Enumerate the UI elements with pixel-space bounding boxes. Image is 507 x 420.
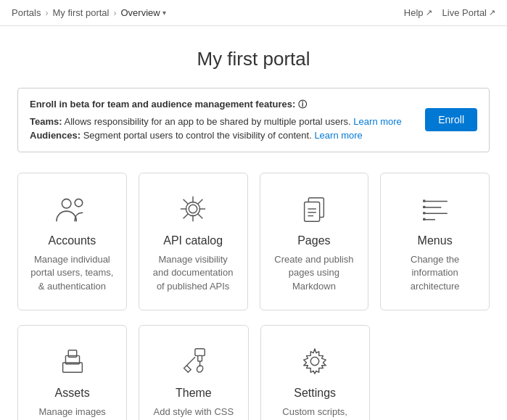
breadcrumb: Portals › My first portal › Overview ▾ <box>12 7 166 18</box>
api-catalog-desc: Manage visibility and documentation of p… <box>151 253 236 295</box>
svg-point-33 <box>310 357 318 365</box>
main-content: My first portal Enroll in beta for team … <box>0 26 507 420</box>
card-settings[interactable]: Settings Custom scripts, domain, email s… <box>260 325 370 420</box>
menus-icon <box>416 194 454 224</box>
menus-desc: Change the information architecture <box>392 253 477 295</box>
nav-actions: Help ↗ Live Portal ↗ <box>404 7 495 18</box>
card-api-catalog[interactable]: API catalog Manage visibility and docume… <box>139 173 248 311</box>
help-circle-icon[interactable]: ⓘ <box>298 99 307 110</box>
svg-rect-13 <box>305 202 320 221</box>
audiences-label: Audiences: <box>30 130 81 141</box>
assets-desc: Manage images and other assets <box>30 405 115 420</box>
external-link-icon: ↗ <box>426 8 432 17</box>
banner-text: Enroll in beta for team and audience man… <box>30 97 416 143</box>
card-accounts[interactable]: Accounts Manage individual portal users,… <box>17 173 127 311</box>
assets-icon <box>54 346 91 376</box>
settings-icon <box>296 346 334 376</box>
pages-title: Pages <box>297 234 330 247</box>
banner-audiences: Audiences: Segment portal users to contr… <box>30 128 416 143</box>
top-nav: Portals › My first portal › Overview ▾ H… <box>0 0 507 26</box>
pages-desc: Create and publish pages using Markdown <box>272 253 357 295</box>
enroll-button[interactable]: Enroll <box>425 108 477 131</box>
svg-point-0 <box>62 199 72 208</box>
card-pages[interactable]: Pages Create and publish pages using Mar… <box>260 173 369 311</box>
svg-line-32 <box>186 357 194 365</box>
svg-rect-21 <box>423 199 425 202</box>
cards-row-2: Assets Manage images and other assets <box>17 325 490 420</box>
external-link-icon-2: ↗ <box>489 8 495 17</box>
card-menus[interactable]: Menus Change the information architectur… <box>380 173 490 311</box>
page-title: My first portal <box>17 48 490 70</box>
svg-line-10 <box>184 213 189 218</box>
theme-desc: Add style with CSS rules <box>151 405 236 420</box>
banner-heading: Enroll in beta for team and audience man… <box>30 97 416 112</box>
chevron-down-icon[interactable]: ▾ <box>162 9 166 17</box>
api-catalog-icon <box>174 194 212 224</box>
banner-teams: Teams: Allows responsibility for an app … <box>30 115 416 129</box>
teams-learn-more[interactable]: Learn more <box>353 116 401 127</box>
svg-point-1 <box>75 199 83 207</box>
pages-icon <box>295 194 333 224</box>
svg-point-2 <box>189 205 197 213</box>
theme-icon <box>175 346 213 376</box>
settings-title: Settings <box>294 387 336 400</box>
breadcrumb-portal-name[interactable]: My first portal <box>52 7 109 18</box>
card-theme[interactable]: Theme Add style with CSS rules <box>139 325 248 420</box>
svg-rect-28 <box>195 349 205 356</box>
svg-rect-29 <box>198 355 202 361</box>
assets-title: Assets <box>55 387 90 400</box>
svg-line-9 <box>198 199 203 204</box>
breadcrumb-sep-1: › <box>45 8 48 18</box>
cards-row-1: Accounts Manage individual portal users,… <box>17 173 490 311</box>
menus-title: Menus <box>418 234 453 247</box>
svg-line-8 <box>198 213 203 218</box>
accounts-title: Accounts <box>48 234 96 247</box>
svg-point-31 <box>196 364 204 373</box>
breadcrumb-portals[interactable]: Portals <box>12 7 41 18</box>
live-portal-link[interactable]: Live Portal ↗ <box>442 7 495 18</box>
svg-point-11 <box>186 202 200 215</box>
accounts-desc: Manage individual portal users, teams, &… <box>30 253 115 295</box>
breadcrumb-sep-2: › <box>113 8 116 18</box>
svg-rect-23 <box>423 212 425 214</box>
settings-desc: Custom scripts, domain, email settings… <box>273 405 358 420</box>
audiences-learn-more[interactable]: Learn more <box>314 130 362 141</box>
svg-line-7 <box>184 199 189 204</box>
svg-rect-24 <box>423 218 425 220</box>
svg-rect-22 <box>423 205 425 207</box>
beta-banner: Enroll in beta for team and audience man… <box>17 88 490 152</box>
breadcrumb-current: Overview ▾ <box>120 7 165 18</box>
help-link[interactable]: Help ↗ <box>404 7 432 18</box>
card-assets[interactable]: Assets Manage images and other assets <box>17 325 127 420</box>
cards-section: Accounts Manage individual portal users,… <box>17 173 490 421</box>
theme-title: Theme <box>176 387 212 400</box>
accounts-icon <box>53 194 91 224</box>
teams-label: Teams: <box>30 116 62 127</box>
api-catalog-title: API catalog <box>163 234 223 247</box>
